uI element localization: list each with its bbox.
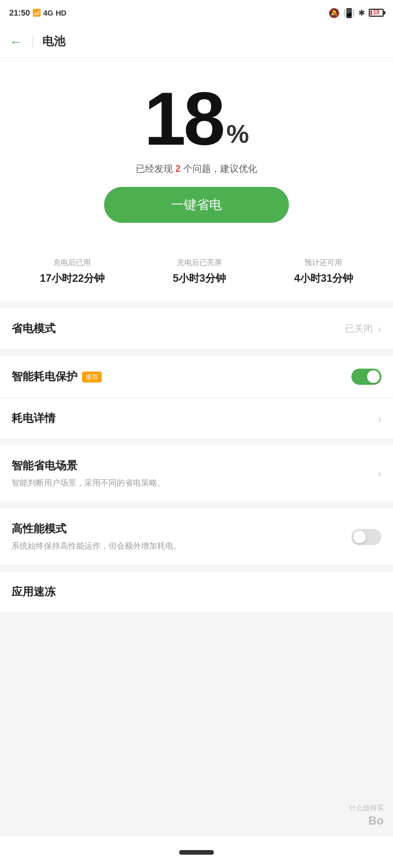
home-indicator [179,850,214,855]
hd-label: HD [55,9,66,17]
bluetooth-icon: ✱ [358,8,365,17]
list-item-power-detail[interactable]: 耗电详情 › [0,398,393,439]
stat-value-2: 4小时31分钟 [294,271,353,285]
list-item-title-smart-protect: 智能耗电保护 推荐 [12,369,102,384]
list-item-app-speed[interactable]: 应用速冻 [0,572,393,612]
signal-icon: 📶 [32,9,41,17]
toggle-knob-smart-protect [367,370,380,383]
list-item-left-smart-scene: 智能省电场景 智能判断用户场景，采用不同的省电策略。 [12,458,165,489]
list-item-left-power-detail: 耗电详情 [12,411,55,426]
stat-value-0: 17小时22分钟 [40,271,105,285]
status-bar: 21:50 📶 4G HD 🔕 📳 ✱ 18 [0,0,393,25]
list-section-2: 智能耗电保护 推荐 耗电详情 › [0,356,393,439]
battery-issue-text: 已经发现 2 个问题，建议优化 [136,163,257,175]
watermark-container: 什么值得买 Bo [349,803,384,827]
stats-row: 充电后已用 17小时22分钟 充电后已亮屏 5小时3分钟 预计还可用 4小时31… [0,246,393,301]
onekey-save-button[interactable]: 一键省电 [104,187,289,223]
back-button[interactable]: ← [9,35,23,49]
toolbar-divider [32,35,33,49]
bottom-nav-bar [0,836,393,868]
recommended-badge: 推荐 [82,372,102,382]
mute-icon: 🔕 [328,8,340,19]
battery-percent-sign: % [227,122,249,147]
list-item-title-power-detail: 耗电详情 [12,411,55,426]
list-item-left-power-save: 省电模式 [12,321,55,336]
stat-item-remaining: 预计还可用 4小时31分钟 [294,258,353,285]
watermark-bo: Bo [368,814,384,827]
list-item-desc-high-perf: 系统始终保持高性能运作，但会额外增加耗电。 [12,540,181,552]
watermark-label: 什么值得买 [349,803,384,813]
smart-protect-label: 智能耗电保护 [12,369,77,384]
list-item-right-power-detail: › [377,412,381,425]
list-item-title-app-speed: 应用速冻 [12,584,55,599]
section-gap-3 [0,439,393,446]
list-item-left-high-perf: 高性能模式 系统始终保持高性能运作，但会额外增加耗电。 [12,521,181,552]
list-item-title-smart-scene: 智能省电场景 [12,458,165,473]
list-section-1: 省电模式 已关闭 › [0,308,393,349]
smart-protect-toggle[interactable] [351,369,381,385]
list-item-smart-protect[interactable]: 智能耗电保护 推荐 [0,356,393,398]
stat-value-1: 5小时3分钟 [173,271,226,285]
section-gap-1 [0,301,393,308]
chevron-icon-power-detail: › [377,412,381,425]
list-item-smart-scene[interactable]: 智能省电场景 智能判断用户场景，采用不同的省电策略。 › [0,446,393,502]
list-section-3: 智能省电场景 智能判断用户场景，采用不同的省电策略。 › [0,446,393,502]
status-left: 21:50 📶 4G HD [9,8,66,17]
list-item-left-app-speed: 应用速冻 [12,584,55,599]
list-section-5: 应用速冻 [0,572,393,612]
stat-label-2: 预计还可用 [305,258,342,268]
list-item-title-high-perf: 高性能模式 [12,521,181,536]
list-item-right-high-perf [351,529,381,545]
high-perf-toggle[interactable] [351,529,381,545]
chevron-icon-power-save: › [377,322,381,336]
status-right: 🔕 📳 ✱ 18 [328,8,384,19]
stat-item-used: 充电后已用 17小时22分钟 [40,258,105,285]
list-section-4: 高性能模式 系统始终保持高性能运作，但会额外增加耗电。 [0,509,393,565]
battery-status-icon: 18 [369,9,384,17]
stat-label-1: 充电后已亮屏 [177,258,222,268]
chevron-icon-smart-scene: › [377,467,381,480]
section-gap-5 [0,565,393,572]
page-title: 电池 [42,34,65,49]
battery-percent-row: 18 % [144,81,249,156]
toolbar: ← 电池 [0,25,393,58]
section-gap-2 [0,349,393,356]
list-item-right-power-save: 已关闭 › [345,322,381,336]
list-item-right-smart-protect [351,369,381,385]
time-display: 21:50 [9,8,30,17]
power-save-status: 已关闭 [345,323,373,335]
battery-main-section: 18 % 已经发现 2 个问题，建议优化 一键省电 [0,58,393,246]
toggle-knob-high-perf [353,531,366,543]
list-item-right-smart-scene: › [377,467,381,480]
issue-text-after: 个问题，建议优化 [180,164,257,174]
vibrate-icon: 📳 [343,8,355,19]
section-gap-4 [0,502,393,509]
list-item-high-perf[interactable]: 高性能模式 系统始终保持高性能运作，但会额外增加耗电。 [0,509,393,565]
list-item-desc-smart-scene: 智能判断用户场景，采用不同的省电策略。 [12,477,165,489]
list-item-power-save-mode[interactable]: 省电模式 已关闭 › [0,308,393,349]
list-item-title-power-save: 省电模式 [12,321,55,336]
issue-text-before: 已经发现 [136,164,175,174]
signal-type: 4G [43,9,53,17]
list-item-left-smart-protect: 智能耗电保护 推荐 [12,369,102,384]
battery-status-number: 18 [373,10,379,16]
stat-item-screen: 充电后已亮屏 5小时3分钟 [173,258,226,285]
stat-label-0: 充电后已用 [53,258,91,268]
battery-percent-number: 18 [144,81,223,156]
